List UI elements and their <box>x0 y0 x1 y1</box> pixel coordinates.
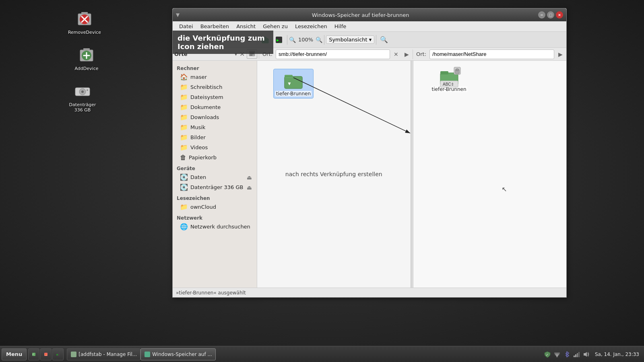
view-mode-arrow-icon: ▾ <box>369 37 372 43</box>
eject-datentraeger-icon[interactable]: ⏏ <box>247 184 252 191</box>
minimize-button[interactable]: − <box>538 11 545 19</box>
sidebar-item-maser[interactable]: 🏠 maser <box>173 72 256 82</box>
home-folder-icon: 🏠 <box>180 73 188 81</box>
sidebar-item-dateisystem-label: Dateisystem <box>190 94 223 100</box>
taskbar-app-icon-2[interactable]: 🦊 <box>40 348 52 360</box>
svg-rect-53 <box>578 352 580 357</box>
svg-point-49 <box>556 356 557 357</box>
menu-bearbeiten[interactable]: Bearbeiten <box>197 23 232 30</box>
statusbar-text: »tiefer-Brunnen« ausgewählt <box>176 290 246 296</box>
sidebar-item-dokumente[interactable]: 📁 Dokumente <box>173 102 256 112</box>
tray-bluetooth-icon[interactable] <box>563 350 571 358</box>
sidebar-header-geraete: Geräte <box>173 162 257 172</box>
svg-point-13 <box>87 89 88 91</box>
places-label: Orte <box>174 51 234 57</box>
right-pane-folder-item[interactable]: ABC ⇕ tiefer-Brunnen <box>429 65 469 94</box>
svg-rect-51 <box>575 354 576 357</box>
desktop-icon-storage[interactable]: Datenträger 336 GB <box>66 80 99 114</box>
location-input-left[interactable] <box>276 49 390 59</box>
taskbar-apps: F 🦊 ▶ <box>28 348 64 360</box>
sidebar-item-bilder[interactable]: 📁 Bilder <box>173 132 256 142</box>
titlebar: ▼ Windows-Speicher auf tiefer-brunnen − … <box>173 8 566 21</box>
menu-datei[interactable]: Datei <box>176 23 196 30</box>
places-dropdown-button[interactable]: ▾ <box>235 51 237 57</box>
taskbar-clock: Sa, 14. Jan., 23:33 <box>592 352 642 357</box>
eject-daten-icon[interactable]: ⏏ <box>247 174 252 181</box>
tray-volume-icon[interactable] <box>582 350 590 358</box>
sidebar-item-papierkorb[interactable]: 🗑 Papierkorb <box>173 152 256 162</box>
sidebar-item-daten[interactable]: 💽 Daten ⏏ <box>173 172 256 182</box>
add-device-label: AddDevice <box>75 66 99 71</box>
desktop-icon-add-device[interactable]: AddDevice <box>70 44 103 73</box>
svg-rect-50 <box>574 356 575 357</box>
menu-lesezeichen[interactable]: Lesezeichen <box>292 23 330 30</box>
sidebar-item-netzwerk[interactable]: 🌐 Netzwerk durchsuchen <box>173 222 256 232</box>
left-pane-center-text: nach rechts Verknüpfung erstellen <box>285 171 382 177</box>
search-button[interactable]: 🔍 <box>378 34 390 45</box>
tiefer-brunnen-folder-icon-left: ▼ <box>284 71 303 90</box>
zoom-in-icon: 🔍 <box>316 37 322 43</box>
sidebar-item-videos[interactable]: 📁 Videos <box>173 142 256 152</box>
menu-ansicht[interactable]: Ansicht <box>233 23 259 30</box>
sidebar-item-dateisystem[interactable]: 📁 Dateisystem <box>173 92 256 102</box>
svg-rect-20 <box>250 52 254 53</box>
tray-signal-icon[interactable] <box>572 350 580 358</box>
tray-shield-icon[interactable]: ✓ <box>543 350 551 358</box>
up-button[interactable]: ▲ <box>215 34 228 46</box>
menu-gehen-zu[interactable]: Gehen zu <box>260 23 291 30</box>
nav-labels: Vor ▸ <box>202 37 214 42</box>
menubar: Datei Bearbeiten Ansicht Gehen zu Leseze… <box>173 21 566 32</box>
location-goto-right-button[interactable]: ▶ <box>556 50 565 59</box>
location-input-right[interactable] <box>429 49 554 59</box>
taskbar-app-icon-3[interactable]: ▶ <box>52 348 64 360</box>
toolbar: ◀ ▶ Vor ▸ ▲ ↺ ↻ ▶_ 🔍 100% 🔍 Symbolansich… <box>173 32 566 48</box>
home-button[interactable] <box>259 34 272 46</box>
reload-button[interactable]: ↺ <box>229 34 242 46</box>
toolbar-separator-4 <box>376 35 376 45</box>
menu-button[interactable]: Menu <box>2 348 27 360</box>
maximize-button[interactable]: □ <box>547 11 554 19</box>
sidebar-item-musik[interactable]: 📁 Musik <box>173 122 256 132</box>
svg-text:🦊: 🦊 <box>45 353 47 356</box>
menu-hilfe[interactable]: Hilfe <box>331 23 350 30</box>
back-button[interactable]: ◀ <box>174 34 187 46</box>
storage-label: Datenträger 336 GB <box>68 102 97 113</box>
cursor-indicator: ↖ <box>502 185 507 193</box>
terminal-button[interactable]: ▶_ <box>272 34 285 46</box>
titlebar-arrow-icon: ▼ <box>176 12 180 18</box>
browse-button[interactable] <box>247 49 257 59</box>
location-clear-left-button[interactable]: ✕ <box>392 50 400 59</box>
desktop-icon-remove-device[interactable]: RemoveDevice <box>68 8 101 37</box>
location-goto-left-button[interactable]: ▶ <box>402 50 411 59</box>
toolbar-separator-3 <box>324 35 324 45</box>
downloads-icon: 📁 <box>180 113 188 121</box>
taskbar-app-icon-1[interactable]: F <box>28 348 39 360</box>
forward-button[interactable]: ▶ <box>188 34 201 46</box>
places-close-button[interactable]: ✕ <box>238 50 246 58</box>
taskbar-window-addfstab[interactable]: [addfstab - Manage Fil... <box>67 348 140 360</box>
right-pane-location: Ort: ▶ <box>413 49 566 59</box>
tray-network-icon[interactable] <box>553 350 561 358</box>
left-pane-folder-item[interactable]: ▼ tiefer-Brunnen <box>273 69 314 99</box>
view-mode-label: Symbolansicht <box>329 37 367 43</box>
taskbar-window-filestorage[interactable]: Windows-Speicher auf ... <box>140 348 216 360</box>
add-device-icon <box>77 46 96 65</box>
main-content: Rechner 🏠 maser 📁 Schreibtisch 📁 Dateisy… <box>173 61 566 288</box>
sidebar-item-downloads[interactable]: 📁 Downloads <box>173 112 256 122</box>
tiefer-brunnen-folder-icon-right: ABC ⇕ <box>440 66 459 86</box>
svg-rect-15 <box>264 40 267 43</box>
view-mode-dropdown[interactable]: Symbolansicht ▾ <box>326 35 374 44</box>
datentraeger-icon: 💽 <box>180 183 188 191</box>
sidebar-item-datentraeger[interactable]: 💽 Datenträger 336 GB ⏏ <box>173 182 256 192</box>
svg-text:ABC: ABC <box>443 82 451 86</box>
sidebar-item-owncloud[interactable]: 📁 ownCloud <box>173 202 256 212</box>
reload2-button[interactable]: ↻ <box>242 34 255 46</box>
music-icon: 📁 <box>180 123 188 131</box>
taskbar-window-filestorage-label: Windows-Speicher auf ... <box>152 352 212 357</box>
svg-rect-1 <box>81 12 88 14</box>
svg-rect-43 <box>71 352 76 357</box>
sidebar-item-schreibtisch[interactable]: 📁 Schreibtisch <box>173 82 256 92</box>
close-button[interactable]: × <box>556 11 563 19</box>
left-pane-location: Ort: ✕ ▶ <box>259 49 413 59</box>
sidebar-item-bilder-label: Bilder <box>190 134 206 140</box>
